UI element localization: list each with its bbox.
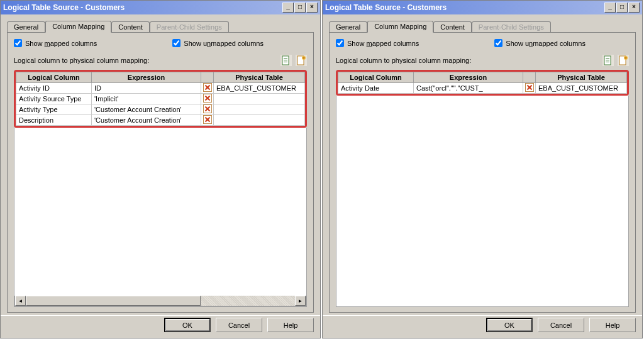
cell-expression[interactable]: 'Customer Account Creation' — [92, 104, 201, 115]
tab-panel: Show mapped columns Show unmapped column… — [329, 32, 636, 313]
cell-physical[interactable] — [214, 94, 305, 104]
cell-logical[interactable]: Activity ID — [16, 83, 92, 94]
cell-delete[interactable] — [201, 83, 214, 94]
tab-content[interactable]: Content — [433, 21, 472, 33]
header-physical[interactable]: Physical Table — [214, 72, 305, 83]
help-button[interactable]: Help — [589, 318, 636, 332]
svg-rect-9 — [606, 62, 609, 62]
scroll-track[interactable] — [26, 296, 295, 306]
map-columns-icon[interactable] — [602, 55, 614, 66]
mapping-table-highlight: Logical Column Expression Physical Table… — [14, 70, 307, 128]
mapping-label: Logical column to physical column mappin… — [14, 57, 277, 64]
table-row[interactable]: Activity ID ID EBA_CUST_CUSTOMER — [16, 83, 305, 94]
cell-logical[interactable]: Activity Date — [338, 83, 414, 94]
show-mapped-label: Show mapped columns — [25, 40, 97, 47]
help-button[interactable]: Help — [267, 318, 314, 332]
maximize-button[interactable]: □ — [616, 3, 628, 13]
client-area: General Column Mapping Content Parent-Ch… — [1, 14, 320, 315]
cell-logical[interactable]: Description — [16, 115, 92, 126]
header-expression[interactable]: Expression — [92, 72, 201, 83]
minimize-button[interactable]: _ — [282, 3, 294, 13]
scroll-right-button[interactable]: ► — [295, 296, 306, 306]
cell-expression[interactable]: Cast("orcl".""."CUST_ — [414, 83, 523, 94]
cell-delete[interactable] — [201, 104, 214, 115]
cell-physical[interactable] — [214, 115, 305, 126]
svg-rect-3 — [284, 62, 287, 62]
mapping-table: Logical Column Expression Physical Table… — [16, 72, 305, 126]
table-row[interactable]: Activity Type 'Customer Account Creation… — [16, 104, 305, 115]
show-unmapped-input[interactable] — [494, 39, 502, 47]
delete-mapping-icon[interactable] — [203, 104, 212, 113]
maximize-button[interactable]: □ — [294, 3, 306, 13]
tab-general[interactable]: General — [7, 21, 45, 33]
header-logical[interactable]: Logical Column — [338, 72, 414, 83]
add-column-icon[interactable] — [296, 55, 307, 66]
cell-physical[interactable] — [214, 104, 305, 115]
cell-physical[interactable]: EBA_CUST_CUSTOMER — [536, 83, 627, 94]
dialog-footer: OK Cancel Help — [323, 315, 642, 338]
svg-rect-8 — [606, 60, 609, 60]
mapping-label-row: Logical column to physical column mappin… — [336, 55, 629, 66]
cell-expression[interactable]: 'Implicit' — [92, 94, 201, 104]
cell-expression[interactable]: 'Customer Account Creation' — [92, 115, 201, 126]
minimize-button[interactable]: _ — [604, 3, 616, 13]
show-mapped-checkbox[interactable]: Show mapped columns — [336, 39, 419, 47]
show-unmapped-checkbox[interactable]: Show unmapped columns — [172, 39, 264, 47]
table-blank-area — [336, 96, 629, 307]
window-title: Logical Table Source - Customers — [3, 3, 282, 12]
ok-button[interactable]: OK — [486, 318, 533, 332]
svg-rect-7 — [606, 58, 609, 59]
cell-logical[interactable]: Activity Type — [16, 104, 92, 115]
cancel-button[interactable]: Cancel — [216, 318, 262, 332]
ok-button[interactable]: OK — [164, 318, 211, 332]
show-mapped-label: Show mapped columns — [347, 40, 419, 47]
scroll-thumb[interactable] — [26, 296, 201, 306]
delete-mapping-icon[interactable] — [203, 83, 212, 92]
table-row[interactable]: Activity Date Cast("orcl".""."CUST_ EBA_… — [338, 83, 627, 94]
cell-delete[interactable] — [201, 94, 214, 104]
add-column-icon[interactable] — [618, 55, 629, 66]
table-row[interactable]: Activity Source Type 'Implicit' — [16, 94, 305, 104]
cell-delete[interactable] — [523, 83, 536, 94]
header-logical[interactable]: Logical Column — [16, 72, 92, 83]
tab-content[interactable]: Content — [111, 21, 150, 33]
tab-parent-child: Parent-Child Settings — [150, 21, 229, 33]
map-columns-icon[interactable] — [280, 55, 292, 66]
show-unmapped-label: Show unmapped columns — [184, 40, 264, 47]
scroll-left-button[interactable]: ◄ — [15, 296, 26, 306]
horizontal-scrollbar[interactable]: ◄ ► — [14, 296, 306, 306]
mapping-label: Logical column to physical column mappin… — [336, 57, 599, 64]
table-row[interactable]: Description 'Customer Account Creation' — [16, 115, 305, 126]
show-mapped-input[interactable] — [336, 39, 344, 47]
header-physical[interactable]: Physical Table — [536, 72, 627, 83]
delete-mapping-icon[interactable] — [203, 115, 212, 124]
header-expression[interactable]: Expression — [414, 72, 523, 83]
dialog-footer: OK Cancel Help — [1, 315, 320, 338]
show-mapped-input[interactable] — [14, 39, 22, 47]
client-area: General Column Mapping Content Parent-Ch… — [323, 14, 642, 315]
cell-physical[interactable]: EBA_CUST_CUSTOMER — [214, 83, 305, 94]
titlebar[interactable]: Logical Table Source - Customers _ □ × — [1, 1, 320, 14]
close-button[interactable]: × — [628, 3, 640, 13]
titlebar[interactable]: Logical Table Source - Customers _ □ × — [323, 1, 642, 14]
close-button[interactable]: × — [306, 3, 318, 13]
cell-expression[interactable]: ID — [92, 83, 201, 94]
tab-panel: Show mapped columns Show unmapped column… — [7, 32, 314, 313]
tab-column-mapping[interactable]: Column Mapping — [367, 21, 433, 33]
header-action — [201, 72, 214, 83]
show-mapped-checkbox[interactable]: Show mapped columns — [14, 39, 97, 47]
dialog-window: Logical Table Source - Customers _ □ × G… — [0, 0, 321, 338]
cancel-button[interactable]: Cancel — [538, 318, 584, 332]
tab-parent-child: Parent-Child Settings — [472, 21, 551, 33]
cell-delete[interactable] — [201, 115, 214, 126]
dialog-window: Logical Table Source - Customers _ □ × G… — [322, 0, 643, 338]
cell-logical[interactable]: Activity Source Type — [16, 94, 92, 104]
tab-row: General Column Mapping Content Parent-Ch… — [329, 20, 636, 32]
show-unmapped-checkbox[interactable]: Show unmapped columns — [494, 39, 586, 47]
delete-mapping-icon[interactable] — [525, 83, 534, 92]
tab-column-mapping[interactable]: Column Mapping — [45, 21, 111, 33]
delete-mapping-icon[interactable] — [203, 94, 212, 103]
show-unmapped-input[interactable] — [172, 39, 180, 47]
mapping-table-highlight: Logical Column Expression Physical Table… — [336, 70, 629, 96]
tab-general[interactable]: General — [329, 21, 367, 33]
